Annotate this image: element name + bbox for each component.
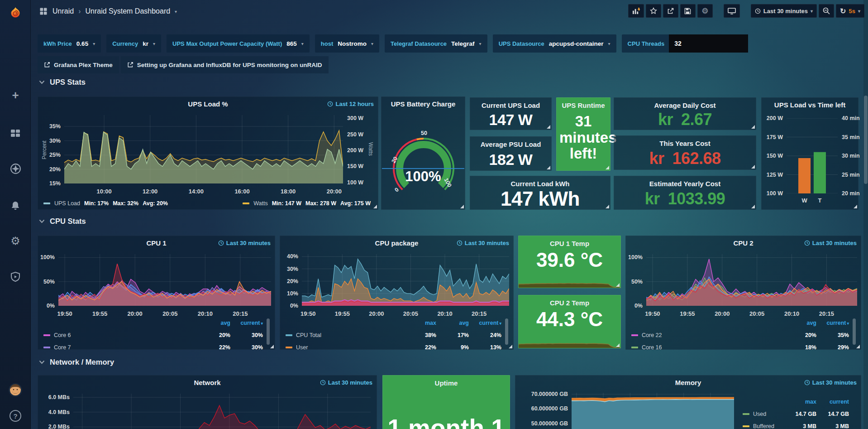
memory-chart[interactable] bbox=[572, 393, 734, 429]
section-network-memory[interactable]: Network / Memory bbox=[39, 358, 114, 366]
legend-value: 18% bbox=[787, 344, 816, 351]
panel-title[interactable]: Current Load kWh bbox=[470, 180, 610, 188]
breadcrumb-app[interactable]: Unraid bbox=[52, 7, 74, 15]
help-button[interactable]: ? bbox=[0, 409, 31, 423]
legend-column-header[interactable]: current▾ bbox=[820, 320, 849, 326]
panel-title[interactable]: Average Daily Cost bbox=[614, 101, 756, 109]
share-button[interactable] bbox=[663, 4, 678, 18]
sidebar-item-configuration[interactable]: ⚙ bbox=[0, 233, 31, 249]
save-button[interactable] bbox=[680, 4, 696, 18]
legend-item[interactable]: WattsMin: 147 WMax: 278 WAvg: 175 W bbox=[243, 200, 371, 207]
legend-scrollbar[interactable] bbox=[267, 318, 270, 345]
legend-series-name[interactable]: Core 7 bbox=[54, 344, 198, 351]
legend-series-name[interactable]: User bbox=[296, 344, 404, 351]
legend-scrollbar[interactable] bbox=[853, 318, 856, 345]
panel-title[interactable]: Current UPS Load bbox=[470, 101, 551, 109]
refresh-button[interactable]: ↻ 5s ▾ bbox=[836, 4, 864, 18]
axis-tick: 20% bbox=[287, 278, 298, 284]
legend-series-name[interactable]: CPU Total bbox=[296, 332, 404, 338]
panel-title[interactable]: Average PSU Load bbox=[470, 140, 551, 148]
network-chart[interactable] bbox=[73, 394, 371, 429]
star-button[interactable] bbox=[646, 4, 661, 18]
panel-title[interactable]: UPS Runtime bbox=[557, 101, 610, 109]
chevron-down-icon[interactable]: ▾ bbox=[175, 9, 177, 14]
legend-value: 35% bbox=[820, 332, 849, 338]
legend-column-header[interactable]: current▾ bbox=[234, 320, 263, 326]
panel-time-range[interactable]: Last 30 minutes bbox=[804, 379, 857, 386]
legend-series-name[interactable]: Used bbox=[753, 411, 784, 417]
ups-bars-chart[interactable] bbox=[787, 118, 838, 193]
grafana-logo[interactable] bbox=[0, 5, 31, 23]
legend-scrollbar[interactable] bbox=[505, 318, 508, 345]
legend-series-name[interactable]: Core 6 bbox=[54, 332, 198, 338]
legend-column-header[interactable]: current▾ bbox=[472, 320, 501, 326]
axis-tick: 250 W bbox=[347, 131, 363, 138]
refresh-interval[interactable]: 5s bbox=[849, 8, 855, 14]
sidebar-item-explore[interactable] bbox=[0, 161, 31, 176]
legend-column-header[interactable]: avg bbox=[787, 320, 816, 326]
link-ups-monitoring-guide[interactable]: Setting up Grafana and InfluxDB for UPS … bbox=[121, 56, 329, 73]
cpu-package-chart[interactable] bbox=[302, 254, 509, 306]
panel-title[interactable]: Uptime bbox=[383, 379, 510, 387]
variable-host[interactable]: host Nostromo ▾ bbox=[315, 34, 379, 53]
legend-column-header[interactable]: avg bbox=[201, 320, 230, 326]
legend-series-name[interactable]: UPS Load bbox=[54, 200, 80, 207]
time-range-picker[interactable]: Last 30 minutes ▾ bbox=[751, 4, 817, 18]
sidebar-item-dashboards[interactable] bbox=[0, 125, 31, 141]
dashboard-title[interactable]: Unraid System Dashboard bbox=[85, 7, 170, 15]
cycle-view-button[interactable] bbox=[724, 4, 740, 18]
sidebar-item-alerting[interactable] bbox=[0, 198, 31, 213]
panel-time-range[interactable]: Last 30 minutes bbox=[457, 240, 509, 246]
this-years-cost-value: kr 162.68 bbox=[614, 149, 756, 168]
sidebar-item-create[interactable]: + bbox=[0, 87, 31, 103]
panel-title[interactable]: UPS Battery Charge bbox=[382, 100, 465, 108]
panel-title[interactable]: UPS Load vs Time left bbox=[762, 101, 858, 109]
average-daily-cost-value: kr 2.67 bbox=[614, 111, 756, 128]
legend-series-name[interactable]: Buffered bbox=[753, 423, 784, 429]
current-load-kwh-value: 147 kWh bbox=[470, 190, 610, 207]
ups-load-chart[interactable] bbox=[64, 115, 343, 183]
panel-time-range[interactable]: Last 30 minutes bbox=[320, 379, 372, 386]
link-grafana-plex-theme[interactable]: Grafana Plex Theme bbox=[38, 56, 119, 73]
cost-amount: 1033.99 bbox=[668, 189, 725, 208]
variable-kwh-price[interactable]: kWh Price 0.65 ▾ bbox=[38, 34, 101, 53]
panel-time-range[interactable]: Last 30 minutes bbox=[218, 240, 271, 246]
legend-column-header[interactable]: avg bbox=[440, 320, 469, 326]
page-scrollbar[interactable] bbox=[863, 0, 868, 429]
scrollbar-thumb[interactable] bbox=[864, 96, 868, 184]
legend-series-name[interactable]: Core 16 bbox=[642, 344, 784, 351]
legend-column-header[interactable]: max bbox=[407, 320, 436, 326]
clock-icon bbox=[755, 8, 761, 14]
add-panel-button[interactable] bbox=[628, 4, 644, 18]
panel-title[interactable]: CPU 2 Temp bbox=[519, 299, 620, 307]
axis-tick: 20:10 bbox=[198, 310, 213, 317]
settings-button[interactable]: ⚙ bbox=[697, 4, 713, 18]
variable-cpu-threads: CPU Threads 32 bbox=[622, 34, 749, 53]
section-ups-stats[interactable]: UPS Stats bbox=[39, 78, 86, 87]
variable-currency[interactable]: Currency kr ▾ bbox=[106, 34, 161, 53]
legend-item[interactable]: UPS LoadMin: 17%Max: 32%Avg: 20% bbox=[43, 200, 168, 207]
user-avatar[interactable] bbox=[0, 382, 31, 398]
panel-time-range[interactable]: Last 12 hours bbox=[327, 101, 374, 107]
legend-column-header[interactable]: max bbox=[787, 399, 816, 405]
variable-telegraf-datasource[interactable]: Telegraf Datasource Telegraf ▾ bbox=[385, 34, 487, 53]
variable-ups-max-output[interactable]: UPS Max Output Power Capacity (Watt) 865… bbox=[167, 34, 310, 53]
legend-series-name[interactable]: Core 22 bbox=[642, 332, 784, 338]
panel-title[interactable]: UPS Load % bbox=[38, 100, 378, 108]
sidebar-item-server-admin[interactable] bbox=[0, 269, 31, 284]
panel-title[interactable]: CPU 1 Temp bbox=[519, 240, 620, 247]
section-cpu-stats[interactable]: CPU Stats bbox=[39, 217, 86, 226]
cpu1-chart[interactable] bbox=[58, 254, 271, 306]
cpu-threads-input[interactable]: 32 bbox=[669, 34, 748, 53]
cpu2-chart[interactable] bbox=[646, 254, 857, 306]
legend-series-name[interactable]: Watts bbox=[253, 200, 267, 207]
variable-ups-datasource[interactable]: UPS Datasource apcupsd-container ▾ bbox=[493, 34, 616, 53]
legend-value: 22% bbox=[201, 344, 230, 351]
panel-time-range[interactable]: Last 30 minutes bbox=[804, 240, 857, 246]
panel-current-ups-load: Current UPS Load 147 W bbox=[470, 97, 552, 130]
cost-amount: 162.68 bbox=[672, 149, 720, 168]
legend-column-header[interactable]: current bbox=[820, 399, 849, 405]
zoom-out-button[interactable] bbox=[819, 4, 834, 18]
panel-title[interactable]: Estimated Yearly Cost bbox=[614, 180, 756, 188]
panel-title[interactable]: This Years Cost bbox=[614, 140, 756, 147]
